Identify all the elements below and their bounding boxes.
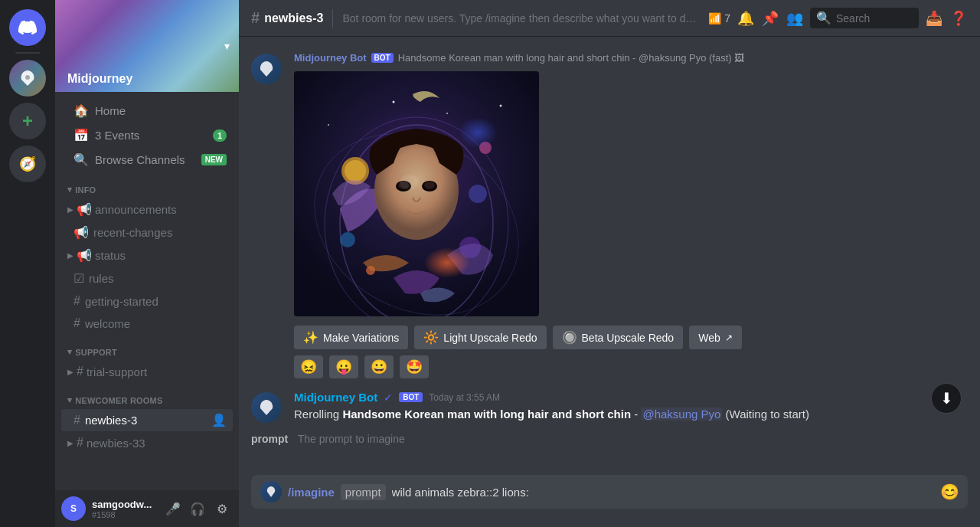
channel-welcome[interactable]: # welcome <box>61 313 233 334</box>
action-buttons-row: ✨ Make Variations 🔆 Light Upscale Redo 🔘… <box>294 326 968 349</box>
bot-tag-2: BOT <box>399 392 423 402</box>
sidebar-header[interactable]: Midjourney ▾ <box>55 0 239 92</box>
generated-image <box>294 71 539 316</box>
prompt-hint-area: prompt The prompt to imagine <box>239 426 980 452</box>
hash-icon5: # <box>77 436 83 450</box>
announce-icon2: 📢 <box>74 225 89 240</box>
svg-point-17 <box>400 175 418 190</box>
server-icon-discord[interactable] <box>9 9 46 46</box>
channel-status[interactable]: ▶ 📢 status <box>61 244 233 267</box>
emoji-picker-button[interactable]: 😊 <box>940 483 959 501</box>
web-label: Web <box>698 332 720 344</box>
svg-point-9 <box>340 232 355 247</box>
reaction-grin[interactable]: 😀 <box>364 355 394 378</box>
hash-icon2: # <box>74 316 80 330</box>
channel-newbies-3[interactable]: # newbies-3 👤 <box>61 409 233 431</box>
section-newcomer[interactable]: ▾ NEWCOMER ROOMS <box>55 383 239 408</box>
announce-icon: 📢 <box>77 202 92 217</box>
help-icon[interactable]: ❓ <box>949 9 968 28</box>
channel-header-channel-name: newbies-3 <box>264 11 323 25</box>
svg-point-18 <box>424 247 470 278</box>
user-tag: #1598 <box>92 510 156 519</box>
message-content-1: Midjourney Bot BOT Handsome Korean man w… <box>294 52 968 378</box>
inbox-icon[interactable]: 📥 <box>925 9 943 28</box>
bot-avatar-2 <box>251 392 282 423</box>
reaction-star-eyes[interactable]: 🤩 <box>400 355 429 378</box>
sidebar-item-events[interactable]: 📅 3 Events 1 <box>61 123 233 147</box>
reaction-tongue[interactable]: 😛 <box>329 355 358 378</box>
section-info-arrow: ▾ <box>67 185 72 195</box>
message-row-1: Midjourney Bot BOT Handsome Korean man w… <box>239 49 980 381</box>
members-icon[interactable]: 👥 <box>786 9 804 28</box>
server-icon-midjourney[interactable] <box>9 60 46 97</box>
signal-icon: 📶 <box>708 12 721 25</box>
bot-avatar-1 <box>251 54 282 84</box>
expand-arrow: ▶ <box>67 205 74 214</box>
channel-name: welcome <box>85 317 130 330</box>
browse-channels-badge: NEW <box>201 154 227 165</box>
sidebar-item-browse[interactable]: 🔍 Browse Channels NEW <box>61 148 233 172</box>
search-input[interactable] <box>836 12 913 25</box>
prompt-label-text: prompt <box>251 433 288 445</box>
channel-announcements[interactable]: ▶ 📢 announcements <box>61 198 233 221</box>
server-icon-add[interactable]: + <box>9 103 46 139</box>
sidebar: Midjourney ▾ 🏠 Home 📅 3 Events 1 🔍 Brows… <box>55 0 239 527</box>
server-name: Midjourney <box>67 72 132 86</box>
user-bar: S samgoodw... #1598 🎤 🎧 ⚙ <box>55 490 239 527</box>
status-icon: 📢 <box>77 248 92 263</box>
scroll-to-bottom-button[interactable]: ⬇ <box>931 383 962 414</box>
svg-point-0 <box>25 75 30 80</box>
svg-point-20 <box>393 101 395 103</box>
beta-upscale-icon: 🔘 <box>562 330 577 345</box>
verified-icon: ✓ <box>384 391 393 404</box>
channel-name: announcements <box>95 203 177 216</box>
mute-button[interactable]: 🎤 <box>162 498 184 519</box>
search-box[interactable]: 🔍 <box>810 8 919 28</box>
channel-trial-support[interactable]: ▶ # trial-support <box>61 361 233 382</box>
channel-name: newbies-3 <box>85 414 137 427</box>
sidebar-content: 🏠 Home 📅 3 Events 1 🔍 Browse Channels NE… <box>55 92 239 490</box>
section-support[interactable]: ▾ SUPPORT <box>55 335 239 360</box>
svg-point-21 <box>446 113 448 114</box>
message-meta-top: Midjourney Bot BOT Handsome Korean man w… <box>294 52 968 64</box>
deafen-button[interactable]: 🎧 <box>187 498 208 519</box>
server-icon-discover[interactable]: 🧭 <box>9 146 46 182</box>
make-variations-button[interactable]: ✨ Make Variations <box>294 326 408 349</box>
beta-upscale-redo-button[interactable]: 🔘 Beta Upscale Redo <box>553 326 684 349</box>
pin-icon[interactable]: 📌 <box>761 9 779 28</box>
channel-rules[interactable]: ☑ rules <box>61 267 233 290</box>
section-support-label: SUPPORT <box>75 348 117 357</box>
channel-newbies-33[interactable]: ▶ # newbies-33 <box>61 432 233 453</box>
make-variations-icon: ✨ <box>303 330 318 345</box>
message-header-2: Midjourney Bot ✓ BOT Today at 3:55 AM <box>294 391 968 404</box>
make-variations-label: Make Variations <box>323 332 399 344</box>
header-divider <box>332 9 333 28</box>
meta-text: Handsome Korean man with long hair and s… <box>398 52 745 64</box>
channel-name: status <box>95 249 126 262</box>
message-content-2: Midjourney Bot ✓ BOT Today at 3:55 AM Re… <box>294 391 968 423</box>
light-upscale-redo-button[interactable]: 🔆 Light Upscale Redo <box>414 326 546 349</box>
image-attachment <box>294 71 539 316</box>
section-info-label: INFO <box>75 185 96 195</box>
message-author-2: Midjourney Bot <box>294 391 377 404</box>
rules-icon: ☑ <box>74 271 84 286</box>
bell-icon[interactable]: 🔔 <box>737 9 755 28</box>
member-count: 7 <box>724 12 730 25</box>
web-button[interactable]: Web ↗ <box>689 326 742 349</box>
server-divider <box>15 52 40 54</box>
channel-name: recent-changes <box>93 226 172 239</box>
channel-getting-started[interactable]: # getting-started <box>61 290 233 312</box>
reaction-grimacing[interactable]: 😖 <box>294 355 323 378</box>
add-member-icon[interactable]: 👤 <box>211 413 227 427</box>
message-input[interactable] <box>392 478 934 506</box>
sidebar-item-home[interactable]: 🏠 Home <box>61 99 233 123</box>
channel-header-name: # newbies-3 <box>251 9 323 27</box>
channel-recent-changes[interactable]: 📢 recent-changes <box>61 221 233 244</box>
search-icon: 🔍 <box>816 11 831 25</box>
light-upscale-icon: 🔆 <box>423 330 439 345</box>
section-info[interactable]: ▾ INFO <box>55 172 239 198</box>
svg-point-19 <box>459 117 497 148</box>
section-support-arrow: ▾ <box>67 347 72 357</box>
main-content: # newbies-3 Bot room for new users. Type… <box>239 0 980 527</box>
settings-button[interactable]: ⚙ <box>211 498 233 519</box>
